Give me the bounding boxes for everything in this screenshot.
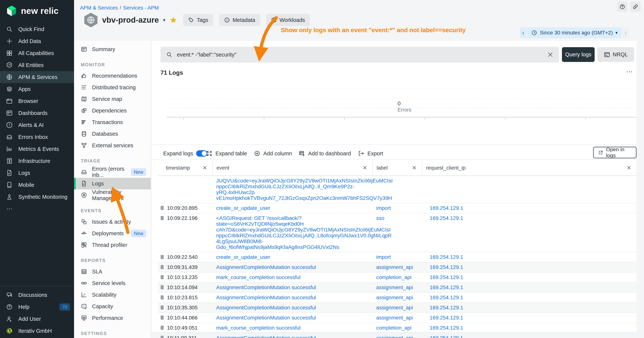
log-row-handle[interactable]	[161, 216, 164, 220]
sidebar-item-add-user[interactable]: Add User	[0, 313, 74, 325]
log-event-link[interactable]: AssignmentCompletionMutation successful	[212, 262, 372, 272]
column-header-timestamp[interactable]: timestamp✕	[158, 160, 212, 176]
log-event-link[interactable]: mark_course_completion successful	[212, 272, 372, 282]
log-row[interactable]: 10:10:23.815AssignmentCompletionMutation…	[158, 293, 636, 303]
log-row-handle[interactable]	[161, 326, 164, 330]
entity-name[interactable]: vbv-prod-azure	[102, 16, 159, 25]
log-label-link[interactable]: assignment_api	[372, 313, 422, 323]
log-label-link[interactable]: assignment_api	[372, 333, 422, 338]
entity-nav-item-logs[interactable]: Logs	[74, 178, 151, 189]
query-logs-button[interactable]: Query logs	[562, 47, 595, 62]
log-request-ip-link[interactable]: 169.254.129.1	[422, 272, 636, 282]
workloads-button[interactable]: Workloads	[266, 14, 310, 26]
sidebar-item-synthetic-monitoring[interactable]: Synthetic Monitoring	[0, 191, 74, 203]
export-button[interactable]: Export	[358, 148, 383, 159]
sidebar-item-dashboards[interactable]: Dashboards	[0, 107, 74, 119]
column-header-event[interactable]: event✕	[212, 160, 372, 176]
entity-nav-item-distributed-tracing[interactable]: Distributed tracing	[74, 82, 151, 93]
entity-nav-item-capacity[interactable]: Capacity	[74, 300, 151, 312]
sidebar-item-browser[interactable]: Browser	[0, 95, 74, 107]
log-row[interactable]: 10:11:00.311AssignmentCompletionMutation…	[158, 333, 636, 338]
log-row-handle[interactable]	[161, 275, 164, 279]
new-relic-logo[interactable]: new relic	[6, 5, 58, 17]
log-label-link[interactable]: completion_api	[372, 323, 422, 333]
log-row[interactable]: 10:09:31.439AssignmentCompletionMutation…	[158, 262, 636, 272]
add-column-button[interactable]: Add column	[254, 148, 292, 159]
entity-nav-item-vulnerability-management[interactable]: Vulnerability Management	[74, 189, 151, 201]
log-label-link[interactable]: import	[372, 203, 422, 213]
sidebar-item-infrastructure[interactable]: Infrastructure	[0, 155, 74, 167]
time-forward-button[interactable]: ›	[622, 27, 629, 38]
sidebar-item-metrics-events[interactable]: Metrics & Events	[0, 143, 74, 155]
log-event-link[interactable]: JUQVU&code=eyJraWQiOiJjcGltY29yZV8wOTI1M…	[212, 176, 372, 203]
log-event-link[interactable]: create_or_update_user	[212, 203, 372, 213]
log-event-link[interactable]: AssignmentCompletionMutation successful	[212, 303, 372, 312]
log-request-ip-link[interactable]: 169.254.129.1	[422, 333, 636, 338]
log-request-ip-link[interactable]: 169.254.129.1	[422, 262, 636, 272]
sidebar-item-errors-inbox[interactable]: Errors Inbox	[0, 131, 74, 143]
log-request-ip-link[interactable]: 169.254.129.1	[422, 283, 636, 292]
log-request-ip-link[interactable]: 169.254.129.1	[422, 213, 636, 252]
log-row[interactable]: 10:10:14.094AssignmentCompletionMutation…	[158, 283, 636, 293]
log-row[interactable]: 10:10:49.051mark_course_completion succe…	[158, 323, 636, 333]
sidebar-item-iterativ-gmbh[interactable]: Iterativ GmbH	[0, 325, 74, 337]
entity-nav-item-external-services[interactable]: External services	[74, 140, 151, 151]
log-row[interactable]: 10:10:35.305AssignmentCompletionMutation…	[158, 303, 636, 313]
open-in-logs-button[interactable]: Open in logs	[593, 147, 636, 158]
entity-nav-item-deployments[interactable]: DeploymentsNew	[74, 228, 151, 239]
remove-column-icon[interactable]: ✕	[202, 165, 207, 171]
entity-nav-item-service-map[interactable]: Service map	[74, 93, 151, 105]
log-row-handle[interactable]	[161, 315, 164, 320]
log-row[interactable]: 10:09:22.540create_or_update_userimport1…	[158, 252, 636, 262]
clear-query-icon[interactable]	[547, 52, 554, 58]
log-event-link[interactable]: mark_course_completion successful	[212, 323, 372, 333]
log-label-link[interactable]: import	[372, 252, 422, 262]
log-row[interactable]: 10:10:44.066AssignmentCompletionMutation…	[158, 313, 636, 323]
entity-nav-item-dependencies[interactable]: Dependencies	[74, 105, 151, 116]
remove-column-icon[interactable]: ✕	[412, 165, 416, 171]
log-event-link[interactable]: create_or_update_user	[212, 252, 372, 262]
log-row-handle[interactable]	[161, 285, 164, 289]
expand-logs-toggle[interactable]	[196, 150, 207, 157]
search-input[interactable]: event:* -"label":"security"	[177, 52, 543, 58]
help-button[interactable]	[617, 2, 628, 12]
log-label-link[interactable]	[372, 176, 422, 203]
entity-nav-item-recommendations[interactable]: Recommendations	[74, 70, 151, 82]
entity-nav-item-thread-profiler[interactable]: Thread profiler	[74, 239, 151, 251]
entity-nav-item-performance[interactable]: Performance	[74, 312, 151, 324]
sidebar-item-all-capabilities[interactable]: All Capabilities	[0, 47, 74, 59]
entity-nav-item-errors-errors-inb-[interactable]: Errors (errors inb...New	[74, 166, 151, 178]
log-request-ip-link[interactable]: 169.254.129.1	[422, 203, 636, 213]
time-back-button[interactable]: ‹	[520, 27, 526, 38]
log-request-ip-link[interactable]: 169.254.129.1	[422, 303, 636, 312]
sidebar-item-help[interactable]: Help70	[0, 301, 74, 313]
log-query-bar[interactable]: event:* -"label":"security"	[160, 47, 559, 63]
log-row-handle[interactable]	[161, 265, 164, 269]
add-to-dashboard-button[interactable]: Add to dashboard	[299, 148, 351, 159]
sidebar-item-logs[interactable]: Logs	[0, 167, 74, 179]
log-label-link[interactable]: assignment_api	[372, 283, 422, 292]
breadcrumb-apm-services[interactable]: APM & Services	[80, 5, 118, 11]
sidebar-item-more[interactable]	[0, 203, 74, 215]
tags-button[interactable]: Tags	[183, 14, 213, 26]
column-header-request-client-ip[interactable]: request_client_ip✕	[422, 160, 636, 176]
sidebar-item-mobile[interactable]: Mobile	[0, 179, 74, 191]
log-request-ip-link[interactable]: 169.254.129.1	[422, 293, 636, 302]
log-event-link[interactable]: AssignmentCompletionMutation successful	[212, 333, 372, 338]
log-row[interactable]: JUQVU&code=eyJraWQiOiJjcGltY29yZV8wOTI1M…	[158, 176, 636, 203]
log-label-link[interactable]: sso	[372, 213, 422, 252]
permalink-button[interactable]	[630, 2, 641, 12]
log-row[interactable]: 10:10:13.235mark_course_completion succe…	[158, 272, 636, 283]
log-row[interactable]: 10:09:22.196<ASGIRequest: GET '/sso/call…	[158, 213, 636, 252]
column-header-label[interactable]: label✕	[372, 160, 422, 176]
breadcrumb-services-apm[interactable]: Services - APM	[123, 5, 159, 11]
log-row-handle[interactable]	[161, 336, 164, 338]
sidebar-item-quick-find[interactable]: Quick Find	[0, 23, 74, 35]
entity-nav-item-databases[interactable]: Databases	[74, 128, 151, 140]
sidebar-item-alerts-ai[interactable]: Alerts & AI	[0, 119, 74, 131]
entity-nav-item-summary[interactable]: Summary	[74, 44, 151, 55]
log-label-link[interactable]: assignment_api	[372, 293, 422, 302]
remove-column-icon[interactable]: ✕	[362, 165, 367, 171]
log-label-link[interactable]: assignment_api	[372, 262, 422, 272]
log-request-ip-link[interactable]: 169.254.129.1	[422, 323, 636, 333]
